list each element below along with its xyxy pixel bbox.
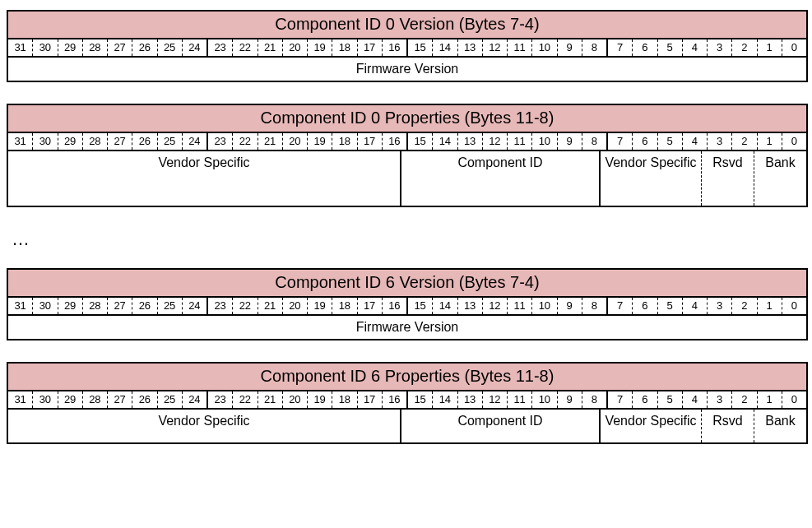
bit-label: 1 xyxy=(758,298,782,314)
bit-label: 14 xyxy=(433,39,457,56)
bit-label: 14 xyxy=(433,298,457,314)
field-vendor-specific-low: Vendor Specific xyxy=(601,151,702,206)
bit-label: 18 xyxy=(332,391,357,408)
bit-group-15-8: 15 14 13 12 11 10 9 8 xyxy=(408,298,608,314)
ellipsis: … xyxy=(12,229,805,250)
bit-label: 3 xyxy=(708,133,732,150)
register-title: Component ID 6 Properties (Bytes 11-8) xyxy=(8,364,806,391)
bit-label: 14 xyxy=(433,391,457,408)
bit-label: 8 xyxy=(582,391,606,408)
bit-label: 7 xyxy=(608,39,633,56)
register-comp6-version: Component ID 6 Version (Bytes 7-4) 31 30… xyxy=(7,268,808,340)
bit-label: 9 xyxy=(558,39,582,56)
bit-label: 6 xyxy=(633,133,657,150)
bit-label: 30 xyxy=(33,298,58,314)
bit-label: 6 xyxy=(633,298,657,314)
bit-label: 2 xyxy=(732,298,757,314)
bit-label: 2 xyxy=(732,133,757,150)
bit-label: 26 xyxy=(132,133,157,150)
bit-label: 12 xyxy=(483,298,508,314)
bit-label: 0 xyxy=(782,39,806,56)
bit-label: 11 xyxy=(508,298,532,314)
bit-group-15-8: 15 14 13 12 11 10 9 8 xyxy=(408,133,608,150)
bit-group-7-0: 7 6 5 4 3 2 1 0 xyxy=(608,298,806,314)
field-row: Vendor Specific Component ID Vendor Spec… xyxy=(8,151,806,206)
bit-label: 29 xyxy=(58,39,83,56)
bit-label: 31 xyxy=(8,133,33,150)
bit-group-31-24: 31 30 29 28 27 26 25 24 xyxy=(8,298,208,314)
bit-label: 11 xyxy=(508,133,532,150)
bit-group-23-16: 23 22 21 20 19 18 17 16 xyxy=(208,39,408,56)
bit-label: 13 xyxy=(458,298,483,314)
bit-label: 8 xyxy=(582,298,606,314)
bit-label: 1 xyxy=(758,39,782,56)
bit-label: 24 xyxy=(183,391,206,408)
bit-label: 21 xyxy=(258,391,283,408)
bit-label: 25 xyxy=(158,133,183,150)
bit-label: 30 xyxy=(33,391,58,408)
bit-index-row: 31 30 29 28 27 26 25 24 23 22 21 20 19 1… xyxy=(8,298,806,316)
bit-label: 21 xyxy=(258,133,283,150)
bit-label: 1 xyxy=(758,391,782,408)
bit-label: 27 xyxy=(108,391,132,408)
bit-group-23-16: 23 22 21 20 19 18 17 16 xyxy=(208,391,408,408)
bit-label: 16 xyxy=(383,133,406,150)
bit-label: 6 xyxy=(633,391,657,408)
bit-label: 9 xyxy=(558,391,582,408)
bit-label: 30 xyxy=(33,39,58,56)
register-title: Component ID 6 Version (Bytes 7-4) xyxy=(8,270,806,298)
bit-label: 3 xyxy=(708,391,732,408)
register-comp6-properties: Component ID 6 Properties (Bytes 11-8) 3… xyxy=(7,362,808,444)
bit-label: 10 xyxy=(532,391,557,408)
bit-label: 23 xyxy=(208,391,233,408)
bit-label: 21 xyxy=(258,39,283,56)
bit-label: 2 xyxy=(732,39,757,56)
bit-label: 25 xyxy=(158,391,183,408)
bit-label: 29 xyxy=(58,133,83,150)
bit-label: 9 xyxy=(558,298,582,314)
register-title: Component ID 0 Properties (Bytes 11-8) xyxy=(8,105,806,133)
bit-label: 29 xyxy=(58,298,83,314)
bit-label: 9 xyxy=(558,133,582,150)
bit-label: 22 xyxy=(233,133,258,150)
field-bank: Bank xyxy=(754,151,806,206)
bit-label: 21 xyxy=(258,298,283,314)
bit-label: 12 xyxy=(483,133,508,150)
bit-label: 1 xyxy=(758,133,782,150)
bit-label: 22 xyxy=(233,298,258,314)
field-firmware-version: Firmware Version xyxy=(8,316,806,339)
bit-label: 13 xyxy=(458,391,483,408)
bit-group-7-0: 7 6 5 4 3 2 1 0 xyxy=(608,391,806,408)
bit-label: 12 xyxy=(483,391,508,408)
bit-label: 31 xyxy=(8,391,33,408)
register-title: Component ID 0 Version (Bytes 7-4) xyxy=(8,12,806,39)
bit-label: 16 xyxy=(383,39,406,56)
bit-label: 10 xyxy=(532,298,557,314)
bit-label: 24 xyxy=(183,133,206,150)
field-vendor-specific-high: Vendor Specific xyxy=(8,151,401,206)
bit-label: 17 xyxy=(358,391,383,408)
bit-index-row: 31 30 29 28 27 26 25 24 23 22 21 20 19 1… xyxy=(8,391,806,410)
bit-label: 4 xyxy=(683,133,708,150)
field-row: Firmware Version xyxy=(8,316,806,339)
bit-label: 10 xyxy=(532,39,557,56)
bit-label: 3 xyxy=(708,39,732,56)
bit-label: 18 xyxy=(332,133,357,150)
bit-label: 7 xyxy=(608,133,633,150)
bit-index-row: 31 30 29 28 27 26 25 24 23 22 21 20 19 1… xyxy=(8,133,806,151)
bit-label: 26 xyxy=(132,39,157,56)
bit-label: 5 xyxy=(658,39,683,56)
bit-label: 23 xyxy=(208,39,233,56)
bit-label: 17 xyxy=(358,133,383,150)
bit-group-7-0: 7 6 5 4 3 2 1 0 xyxy=(608,133,806,150)
bit-label: 24 xyxy=(183,298,206,314)
bit-label: 19 xyxy=(308,298,332,314)
bit-label: 24 xyxy=(183,39,206,56)
field-component-id: Component ID xyxy=(401,151,601,206)
bit-label: 10 xyxy=(532,133,557,150)
bit-label: 18 xyxy=(332,39,357,56)
bit-label: 23 xyxy=(208,133,233,150)
bit-label: 27 xyxy=(108,298,132,314)
bit-label: 27 xyxy=(108,39,132,56)
bit-label: 23 xyxy=(208,298,233,314)
